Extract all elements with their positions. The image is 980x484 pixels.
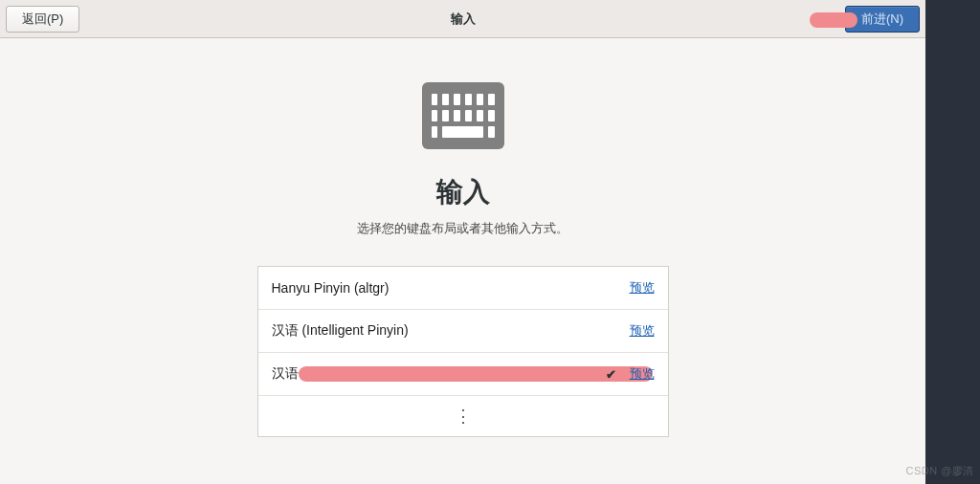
show-more-button[interactable]: ⋮ (258, 396, 668, 436)
page-heading: 输入 (436, 174, 490, 210)
desktop-background (925, 0, 980, 484)
content-area: 输入 选择您的键盘布局或者其他输入方式。 Hanyu Pinyin (altgr… (0, 38, 925, 484)
input-source-name: Hanyu Pinyin (altgr) (272, 280, 630, 296)
back-button[interactable]: 返回(P) (6, 6, 79, 33)
window-title: 输入 (451, 11, 476, 28)
more-icon: ⋮ (455, 406, 471, 427)
checkmark-icon: ✔ (606, 367, 616, 382)
forward-button[interactable]: 前进(N) (845, 6, 920, 33)
preview-link[interactable]: 预览 (630, 322, 655, 340)
preview-link[interactable]: 预览 (630, 279, 655, 297)
input-source-row[interactable]: 汉语 (Intelligent Pinyin) 预览 (258, 310, 668, 353)
input-source-list: Hanyu Pinyin (altgr) 预览 汉语 (Intelligent … (257, 266, 669, 437)
window-header: 返回(P) 输入 前进(N) (0, 0, 925, 38)
input-source-name: 汉语 (Intelligent Pinyin) (272, 322, 630, 340)
page-subheading: 选择您的键盘布局或者其他输入方式。 (357, 220, 568, 237)
watermark-text: CSDN @廖清 (906, 464, 974, 478)
input-source-row[interactable]: Hanyu Pinyin (altgr) 预览 (258, 267, 668, 310)
keyboard-icon (422, 82, 504, 149)
input-source-name: 汉语 (272, 365, 606, 383)
forward-button-label: 前进(N) (861, 11, 903, 28)
input-source-row-selected[interactable]: 汉语 ✔ 预览 (258, 353, 668, 396)
back-button-label: 返回(P) (22, 11, 63, 28)
preview-link[interactable]: 预览 (630, 365, 655, 383)
